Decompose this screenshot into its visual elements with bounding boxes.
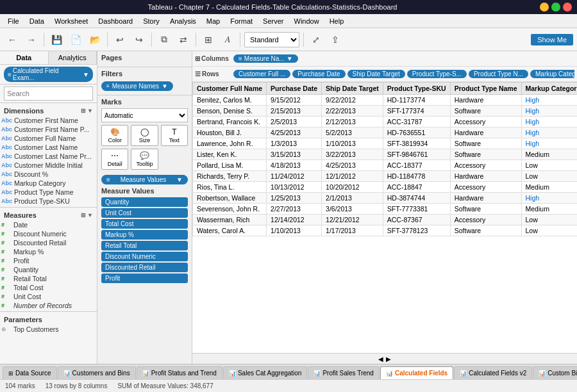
table-header-cell[interactable]: Markup Category bbox=[521, 83, 577, 95]
measure-item[interactable]: #Discount Numeric bbox=[0, 229, 97, 238]
menu-item-dashboard[interactable]: Dashboard bbox=[93, 16, 138, 26]
dimension-item[interactable]: AbcCustomer Full Name bbox=[0, 134, 97, 143]
tab-calculated-fields[interactable]: 📊Calculated Fields bbox=[380, 366, 453, 379]
measure-item[interactable]: #Date bbox=[0, 220, 97, 229]
tab-customers-and-bins[interactable]: 📊Customers and Bins bbox=[58, 366, 136, 379]
dimension-item[interactable]: AbcCustomer First Name bbox=[0, 116, 97, 125]
menu-item-window[interactable]: Window bbox=[289, 16, 324, 26]
detail-button[interactable]: ⋯ Detail bbox=[101, 149, 128, 170]
text-button[interactable]: T Text bbox=[161, 125, 188, 146]
new-button[interactable]: 📄 bbox=[67, 31, 84, 48]
color-button[interactable]: 🎨 Color bbox=[101, 125, 128, 146]
menu-item-worksheet[interactable]: Worksheet bbox=[49, 16, 93, 26]
menu-item-data[interactable]: Data bbox=[24, 16, 49, 26]
dimension-item[interactable]: AbcCustomer First Name P... bbox=[0, 125, 97, 134]
table-header-cell[interactable]: Ship Date Target bbox=[322, 83, 383, 95]
close-button[interactable] bbox=[563, 3, 572, 12]
mv-item[interactable]: Discounted Retail bbox=[101, 263, 188, 272]
menu-item-format[interactable]: Format bbox=[225, 16, 258, 26]
scroll-right-btn[interactable]: ▶ bbox=[386, 355, 391, 363]
group-button[interactable]: ⊞ bbox=[200, 31, 217, 48]
measure-item[interactable]: #Markup % bbox=[0, 247, 97, 256]
tab-profit-sales-trend[interactable]: 📊Profit Sales Trend bbox=[308, 366, 379, 379]
dimension-item[interactable]: AbcProduct Type Name bbox=[0, 188, 97, 197]
tooltip-button[interactable]: 💬 Tooltip bbox=[131, 149, 158, 170]
tab-sales-cat-aggregation[interactable]: 📊Sales Cat Aggregation bbox=[223, 366, 308, 379]
dimension-item[interactable]: AbcCustomer Middle Initial bbox=[0, 161, 97, 170]
size-button[interactable]: ◯ Size bbox=[131, 125, 158, 146]
undo-button[interactable]: ↩ bbox=[112, 31, 128, 48]
search-input[interactable] bbox=[4, 86, 93, 101]
row-chip-5[interactable]: Markup Catego... bbox=[530, 70, 574, 78]
measure-values-chip[interactable]: ≡ Measure Values ▼ bbox=[101, 175, 188, 184]
expand-btn[interactable]: ▼ bbox=[87, 108, 93, 114]
parameter-item[interactable]: ⊕Top Customers bbox=[0, 325, 97, 334]
redo-button[interactable]: ↪ bbox=[131, 31, 147, 48]
mv-item[interactable]: Total Cost bbox=[101, 219, 188, 229]
marks-type-dropdown[interactable]: Automatic Bar Line Area Circle Square Te… bbox=[101, 108, 188, 122]
duplicate-button[interactable]: ⧉ bbox=[156, 31, 172, 48]
table-header-cell[interactable]: Customer Full Name bbox=[193, 83, 267, 95]
sort-btn[interactable]: ⊞ bbox=[81, 108, 86, 114]
dimension-item[interactable]: AbcCustomer Last Name bbox=[0, 143, 97, 152]
row-chip-2[interactable]: Ship Date Target bbox=[347, 70, 405, 78]
tab-custom-bins[interactable]: 📊Custom Bins bbox=[533, 366, 577, 379]
table-header-cell[interactable]: Purchase Date bbox=[267, 83, 322, 95]
label-button[interactable]: 𝐴 bbox=[219, 31, 236, 48]
row-chip-3[interactable]: Product Type-S... bbox=[407, 70, 467, 78]
measure-names-chip[interactable]: ≡ Measure Na... ▼ bbox=[233, 54, 298, 63]
menu-item-map[interactable]: Map bbox=[201, 16, 225, 26]
table-header-cell[interactable]: Product Type-SKU bbox=[383, 83, 450, 95]
tab-data[interactable]: Data bbox=[0, 51, 49, 64]
tab-profit-status-and-trend[interactable]: 📊Profit Status and Trend bbox=[137, 366, 222, 379]
table-header-cell[interactable]: Product Type Name bbox=[450, 83, 521, 95]
field-chip[interactable]: ≡ Calculated Field Exam... ▼ bbox=[4, 67, 93, 82]
minimize-button[interactable] bbox=[540, 3, 549, 12]
expand-btn-m[interactable]: ▼ bbox=[87, 212, 93, 218]
measure-item[interactable]: #Number of Records bbox=[0, 301, 97, 310]
measure-item[interactable]: #Discounted Retail bbox=[0, 238, 97, 247]
dimension-item[interactable]: AbcCustomer Last Name Pr... bbox=[0, 152, 97, 161]
measure-item[interactable]: #Total Cost bbox=[0, 283, 97, 292]
sort-btn-m[interactable]: ⊞ bbox=[81, 212, 86, 218]
measure-item[interactable]: #Profit bbox=[0, 256, 97, 265]
back-button[interactable]: ← bbox=[4, 31, 21, 48]
menu-item-help[interactable]: Help bbox=[324, 16, 349, 26]
mv-item[interactable]: Profit bbox=[101, 274, 188, 283]
mv-item[interactable]: Unit Cost bbox=[101, 208, 188, 218]
tab-analytics[interactable]: Analytics bbox=[49, 51, 97, 64]
dimension-item[interactable]: AbcProduct Type-SKU bbox=[0, 197, 97, 206]
menu-item-analysis[interactable]: Analysis bbox=[165, 16, 201, 26]
view-type-dropdown[interactable]: Standard Fit Width Fit Height Entire Vie… bbox=[244, 32, 299, 47]
share-button[interactable]: ⇪ bbox=[327, 31, 344, 48]
show-me-button[interactable]: Show Me bbox=[531, 34, 573, 45]
table-cell: 1/10/2013 bbox=[322, 138, 383, 149]
open-button[interactable]: 📂 bbox=[87, 31, 103, 48]
menu-item-file[interactable]: File bbox=[3, 16, 24, 26]
measure-item[interactable]: #Unit Cost bbox=[0, 292, 97, 301]
save-button[interactable]: 💾 bbox=[48, 31, 65, 48]
row-chip-4[interactable]: Product Type N... bbox=[469, 70, 528, 78]
dimension-item[interactable]: AbcMarkup Category bbox=[0, 179, 97, 188]
present-button[interactable]: ⤢ bbox=[308, 31, 324, 48]
mv-item[interactable]: Markup % bbox=[101, 230, 188, 240]
dimension-item[interactable]: AbcDiscount % bbox=[0, 170, 97, 179]
menu-item-story[interactable]: Story bbox=[138, 16, 165, 26]
forward-button[interactable]: → bbox=[23, 31, 40, 48]
scroll-left-btn[interactable]: ◀ bbox=[378, 355, 383, 363]
table-container[interactable]: Customer Full NamePurchase DateShip Date… bbox=[192, 82, 577, 353]
mv-item[interactable]: Discount Numeric bbox=[101, 252, 188, 261]
measure-item[interactable]: #Quantity bbox=[0, 265, 97, 274]
measure-item[interactable]: #Retail Total bbox=[0, 274, 97, 283]
maximize-button[interactable] bbox=[551, 3, 560, 12]
row-chip-1[interactable]: Purchase Date bbox=[292, 70, 345, 78]
measures-header-btns: ⊞ ▼ bbox=[81, 212, 93, 218]
filter-chip-measure-names[interactable]: ≡ Measure Names ▼ bbox=[101, 81, 173, 91]
mv-item[interactable]: Retail Total bbox=[101, 241, 188, 250]
row-chip-0[interactable]: Customer Full ... bbox=[233, 70, 290, 78]
mv-item[interactable]: Quantity bbox=[101, 197, 188, 207]
swap-button[interactable]: ⇄ bbox=[175, 31, 192, 48]
menu-item-server[interactable]: Server bbox=[258, 16, 288, 26]
tab-calculated-fields-v2[interactable]: 📊Calculated Fields v2 bbox=[454, 366, 532, 379]
tab-data-source[interactable]: ⊞Data Source bbox=[3, 366, 57, 379]
